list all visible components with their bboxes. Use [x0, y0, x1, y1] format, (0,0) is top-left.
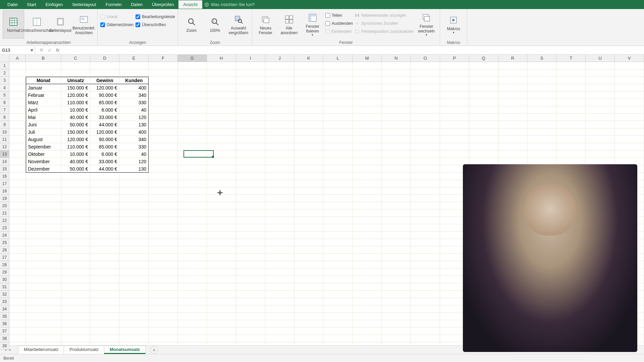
cell-O12[interactable]	[411, 143, 440, 150]
cell-S2[interactable]	[528, 69, 557, 77]
cell-N24[interactable]	[382, 232, 411, 239]
cell-H6[interactable]	[207, 99, 236, 106]
cell-I8[interactable]	[236, 114, 265, 121]
cell-M4[interactable]	[353, 84, 382, 92]
cell-H39[interactable]	[207, 342, 236, 345]
menu-tab-überprüfen[interactable]: Überprüfen	[147, 0, 178, 9]
cell-J24[interactable]	[265, 232, 294, 239]
cell-F1[interactable]	[149, 62, 178, 69]
col-header-P[interactable]: P	[440, 55, 469, 62]
formula-input[interactable]	[65, 46, 644, 54]
cell-D25[interactable]	[90, 239, 119, 246]
cell-N17[interactable]	[382, 180, 411, 187]
row-header-1[interactable]: 1	[0, 62, 9, 69]
cell-H37[interactable]	[207, 327, 236, 335]
cell-D19[interactable]	[90, 195, 119, 202]
chk-ausblenden[interactable]: Ausblenden	[325, 20, 353, 27]
cell-L19[interactable]	[323, 195, 353, 202]
cell-L1[interactable]	[323, 62, 353, 69]
cell-Q11[interactable]	[469, 136, 498, 143]
col-header-R[interactable]: R	[498, 55, 528, 62]
cell-E22[interactable]	[119, 217, 149, 224]
cell-C2[interactable]	[61, 69, 91, 77]
col-header-U[interactable]: U	[586, 55, 615, 62]
cell-A31[interactable]	[9, 283, 26, 291]
cell-J8[interactable]	[265, 114, 294, 121]
cell-J15[interactable]	[265, 165, 294, 173]
cell-F2[interactable]	[149, 69, 178, 77]
cell-A30[interactable]	[9, 276, 26, 283]
cell-I19[interactable]	[236, 195, 265, 202]
cell-J6[interactable]	[265, 99, 294, 106]
cell-D12[interactable]: 85.000 €	[90, 143, 119, 150]
cell-M19[interactable]	[353, 195, 382, 202]
cell-L30[interactable]	[323, 276, 353, 283]
col-header-N[interactable]: N	[382, 55, 411, 62]
cell-K23[interactable]	[294, 224, 324, 232]
row-header-25[interactable]: 25	[0, 239, 9, 246]
cell-J7[interactable]	[265, 106, 294, 114]
cell-F3[interactable]	[149, 77, 178, 84]
sheet-tab-produktumsatz[interactable]: Produktumsatz	[64, 346, 104, 354]
cell-G33[interactable]	[178, 298, 207, 305]
cell-I20[interactable]	[236, 202, 265, 209]
cell-B13[interactable]: Oktober	[26, 150, 61, 158]
cell-B19[interactable]	[26, 195, 61, 202]
cell-O3[interactable]	[411, 77, 440, 84]
cell-I14[interactable]	[236, 158, 265, 165]
cell-N34[interactable]	[382, 305, 411, 313]
cell-I31[interactable]	[236, 283, 265, 291]
cell-E32[interactable]	[119, 291, 149, 298]
cell-O31[interactable]	[411, 283, 440, 291]
fx-icon[interactable]: fx	[56, 48, 61, 53]
cell-M24[interactable]	[353, 232, 382, 239]
cell-K37[interactable]	[294, 327, 324, 335]
cell-K36[interactable]	[294, 320, 324, 327]
cell-K2[interactable]	[294, 69, 324, 77]
cell-D11[interactable]: 90.000 €	[90, 136, 119, 143]
cell-A10[interactable]	[9, 128, 26, 136]
cell-T13[interactable]	[556, 150, 586, 158]
cell-T10[interactable]	[556, 128, 586, 136]
cell-A8[interactable]	[9, 114, 26, 121]
row-header-36[interactable]: 36	[0, 320, 9, 327]
cell-N7[interactable]	[382, 106, 411, 114]
cell-N20[interactable]	[382, 202, 411, 209]
sheet-tab-monatsumsatz[interactable]: Monatsumsatz	[104, 346, 146, 354]
cell-C7[interactable]: 10.000 €	[61, 106, 91, 114]
cell-E26[interactable]	[119, 246, 149, 254]
cell-H19[interactable]	[207, 195, 236, 202]
cell-I9[interactable]	[236, 121, 265, 128]
cell-L5[interactable]	[323, 92, 353, 99]
cell-H7[interactable]	[207, 106, 236, 114]
cell-O22[interactable]	[411, 217, 440, 224]
cell-U8[interactable]	[586, 114, 615, 121]
cell-R8[interactable]	[498, 114, 528, 121]
cell-O15[interactable]	[411, 165, 440, 173]
cell-F25[interactable]	[149, 239, 178, 246]
cell-G38[interactable]	[178, 335, 207, 342]
cell-L37[interactable]	[323, 327, 353, 335]
cell-R2[interactable]	[498, 69, 528, 77]
cell-M2[interactable]	[353, 69, 382, 77]
cell-M7[interactable]	[353, 106, 382, 114]
cell-B27[interactable]	[26, 254, 61, 261]
cell-M33[interactable]	[353, 298, 382, 305]
cell-P2[interactable]	[440, 69, 469, 77]
cell-P10[interactable]	[440, 128, 469, 136]
cell-F9[interactable]	[149, 121, 178, 128]
cell-V8[interactable]	[615, 114, 644, 121]
cell-B15[interactable]: Dezember	[26, 165, 61, 173]
cell-D24[interactable]	[90, 232, 119, 239]
cell-T5[interactable]	[556, 92, 586, 99]
cell-B31[interactable]	[26, 283, 61, 291]
cell-O17[interactable]	[411, 180, 440, 187]
cell-E7[interactable]: 40	[119, 106, 149, 114]
cell-B2[interactable]	[26, 69, 61, 77]
cell-G24[interactable]	[178, 232, 207, 239]
cell-N5[interactable]	[382, 92, 411, 99]
cell-N30[interactable]	[382, 276, 411, 283]
switch-windows-button[interactable]: Fenster wechseln▾	[416, 10, 437, 39]
cell-J30[interactable]	[265, 276, 294, 283]
cell-F37[interactable]	[149, 327, 178, 335]
